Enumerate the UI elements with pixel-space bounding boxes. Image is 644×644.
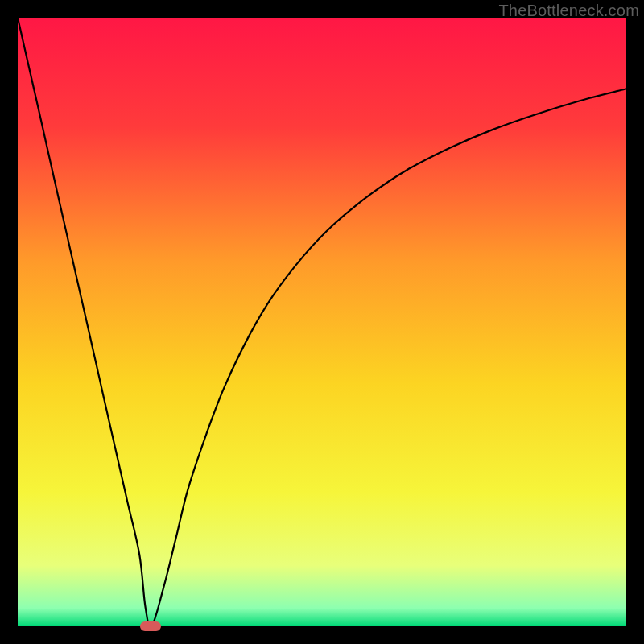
chart-frame bbox=[18, 18, 626, 626]
optimal-point-marker bbox=[140, 621, 161, 631]
bottleneck-chart bbox=[18, 18, 626, 626]
gradient-background bbox=[18, 18, 626, 626]
watermark-text: TheBottleneck.com bbox=[498, 2, 639, 20]
